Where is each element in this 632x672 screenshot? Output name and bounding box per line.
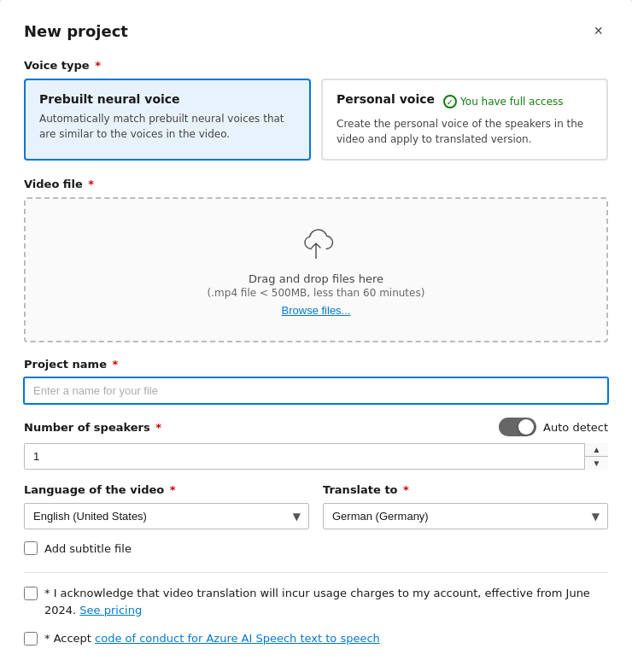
auto-detect-label: Auto detect — [543, 421, 608, 434]
acknowledge-checkbox[interactable] — [24, 587, 38, 600]
auto-detect-toggle[interactable] — [499, 418, 536, 436]
personal-card-desc: Create the personal voice of the speaker… — [336, 116, 593, 147]
prebuilt-card-desc: Automatically match prebuilt neural voic… — [39, 111, 296, 142]
personal-card-title: Personal voice — [336, 92, 435, 106]
project-name-input[interactable] — [24, 377, 608, 404]
subtitle-checkbox[interactable] — [24, 541, 38, 555]
spinner-down[interactable]: ▼ — [585, 457, 608, 470]
speakers-input-wrap: ▲ ▼ — [24, 443, 608, 470]
acknowledge-text: * I acknowledge that video translation w… — [44, 585, 608, 618]
project-name-section: Project name * — [24, 358, 608, 404]
dialog-title: New project — [24, 22, 128, 40]
dialog-header: New project × — [24, 20, 608, 42]
language-row: Language of the video * English (United … — [24, 483, 608, 529]
speakers-input[interactable] — [24, 443, 608, 470]
spinner-up[interactable]: ▲ — [585, 443, 608, 457]
translate-to-col: Translate to * German (Germany) ▼ — [323, 483, 608, 529]
new-project-dialog: New project × Voice type * Prebuilt neur… — [0, 0, 632, 672]
project-name-label: Project name * — [24, 358, 608, 371]
number-spinners: ▲ ▼ — [584, 443, 608, 470]
speakers-label: Number of speakers * — [24, 421, 161, 434]
prebuilt-card-title: Prebuilt neural voice — [39, 92, 296, 106]
dialog-footer: Create Cancel — [24, 659, 608, 673]
language-video-select-wrap: English (United States) ▼ — [24, 503, 309, 529]
voice-type-row: Prebuilt neural voice Automatically matc… — [24, 79, 608, 161]
close-button[interactable]: × — [588, 20, 608, 42]
video-file-section: Video file * Drag and drop files here (.… — [24, 178, 608, 342]
voice-card-personal[interactable]: Personal voice ✓ You have full access Cr… — [321, 79, 608, 161]
browse-files-button[interactable]: Browse files... — [282, 304, 351, 317]
drag-text: Drag and drop files here — [249, 272, 383, 285]
voice-card-prebuilt[interactable]: Prebuilt neural voice Automatically matc… — [24, 79, 311, 161]
conduct-link[interactable]: code of conduct for Azure AI Speech text… — [95, 632, 380, 645]
speakers-section: Number of speakers * Auto detect ▲ ▼ — [24, 418, 608, 470]
conduct-row: * Accept code of conduct for Azure AI Sp… — [24, 630, 608, 647]
conduct-checkbox[interactable] — [24, 632, 38, 646]
language-video-label: Language of the video * — [24, 483, 309, 496]
upload-area[interactable]: Drag and drop files here (.mp4 file < 50… — [24, 197, 608, 342]
subtitle-label: Add subtitle file — [44, 542, 132, 555]
divider — [24, 572, 608, 573]
video-file-label: Video file * — [24, 178, 608, 190]
translate-to-select-wrap: German (Germany) ▼ — [323, 503, 608, 529]
voice-type-label: Voice type * — [24, 59, 608, 72]
upload-sub-text: (.mp4 file < 500MB, less than 60 minutes… — [208, 287, 425, 299]
access-badge: ✓ You have full access — [443, 95, 564, 108]
upload-icon — [296, 226, 336, 262]
see-pricing-link[interactable]: See pricing — [79, 604, 142, 616]
conduct-text: * Accept code of conduct for Azure AI Sp… — [44, 630, 380, 647]
language-video-select[interactable]: English (United States) — [24, 503, 309, 529]
language-video-col: Language of the video * English (United … — [24, 483, 309, 529]
translate-to-select[interactable]: German (Germany) — [323, 503, 608, 529]
auto-detect-row: Auto detect — [499, 418, 608, 436]
subtitle-row: Add subtitle file — [24, 541, 608, 555]
translate-to-label: Translate to * — [323, 483, 608, 496]
acknowledge-row: * I acknowledge that video translation w… — [24, 585, 608, 618]
check-circle-icon: ✓ — [443, 95, 457, 108]
toggle-knob — [518, 419, 534, 435]
